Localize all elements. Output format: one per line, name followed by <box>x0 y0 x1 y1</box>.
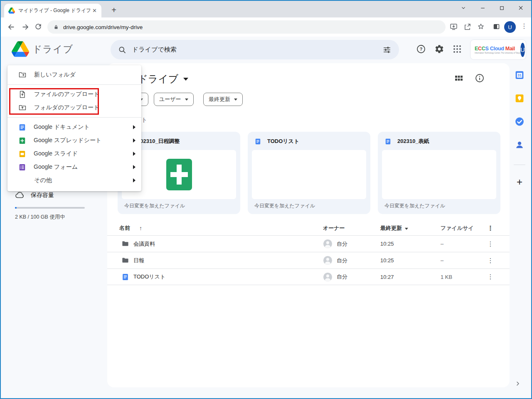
folder-icon <box>121 240 129 248</box>
column-size[interactable]: ファイルサイ <box>441 224 482 232</box>
submenu-arrow-icon <box>133 138 135 143</box>
menu-divider <box>7 117 141 118</box>
slides-icon <box>18 150 26 158</box>
submenu-arrow-icon <box>133 125 135 129</box>
forward-button[interactable] <box>21 22 30 32</box>
owner-avatar-icon <box>323 256 332 265</box>
help-icon[interactable]: ? <box>416 44 426 54</box>
card-footer: 今日変更を加えたファイル <box>384 202 445 209</box>
rail-divider <box>514 165 525 165</box>
card-footer: 今日変更を加えたファイル <box>254 202 315 209</box>
chevron-down-icon <box>183 78 188 81</box>
menu-item-file-upload[interactable]: ファイルのアップロード <box>7 88 141 101</box>
menu-item-more[interactable]: その他 <box>7 174 141 187</box>
chevron-down-icon <box>234 99 237 101</box>
row-options-kebab-icon[interactable]: ⋮ <box>482 257 499 264</box>
sheets-icon <box>18 137 26 145</box>
bookmark-star-icon[interactable] <box>477 22 485 31</box>
apps-grid-icon[interactable] <box>452 44 462 54</box>
info-icon[interactable] <box>475 73 485 83</box>
url-text: drive.google.com/drive/my-drive <box>63 24 143 30</box>
menu-item-google-sheets[interactable]: Google スプレッドシート <box>7 134 141 147</box>
sort-descending-icon <box>405 228 408 230</box>
search-options-icon[interactable] <box>382 45 392 54</box>
main-panel: マイドライブ 種類 ユーザー 最終更新 サジェスト 202310_日程調整 <box>107 63 510 387</box>
browser-menu-kebab-icon[interactable]: ⋮ <box>521 22 527 30</box>
browser-profile-avatar[interactable]: U <box>504 21 516 33</box>
settings-gear-icon[interactable] <box>434 44 444 54</box>
drive-logo <box>12 41 29 57</box>
storage-label[interactable]: 保存容量 <box>31 192 54 199</box>
menu-item-new-folder[interactable]: 新しいフォルダ <box>7 68 141 81</box>
drive-favicon <box>8 7 15 14</box>
menu-item-google-docs[interactable]: Google ドキュメント <box>7 121 141 134</box>
close-button[interactable] <box>511 1 530 15</box>
column-modified[interactable]: 最終更新 <box>380 224 441 232</box>
card-title: 202310_日程調整 <box>137 138 180 145</box>
column-options-kebab-icon[interactable]: ⋮ <box>482 224 499 232</box>
row-options-kebab-icon[interactable]: ⋮ <box>482 273 499 281</box>
card-preview <box>382 150 496 199</box>
drive-search-input[interactable]: ドライブで検索 <box>111 40 399 59</box>
drive-account-avatar[interactable]: U <box>520 43 525 57</box>
sort-ascending-icon: ↑ <box>139 225 142 232</box>
get-addons-plus-icon[interactable]: + <box>508 176 531 188</box>
card-title: 202310_表紙 <box>397 138 429 145</box>
column-name[interactable]: 名前 <box>119 224 130 232</box>
card-footer: 今日変更を加えたファイル <box>124 202 185 209</box>
folder-icon <box>121 256 129 264</box>
owner-avatar-icon <box>323 239 332 249</box>
table-row[interactable]: 会議資料 自分 10:25 – ⋮ <box>107 235 510 252</box>
submenu-arrow-icon <box>133 152 135 156</box>
minimize-button[interactable] <box>473 1 492 15</box>
new-tab-button[interactable]: + <box>108 4 120 16</box>
tasks-icon[interactable] <box>515 116 525 127</box>
share-icon[interactable] <box>463 22 472 31</box>
back-button[interactable] <box>7 22 16 32</box>
docs-icon <box>121 273 129 281</box>
owner-avatar-icon <box>323 272 332 282</box>
storage-section: 保存容量 2 KB / 100 GB 使用中 <box>15 190 94 221</box>
app-name: ドライブ <box>32 43 73 56</box>
docs-icon <box>254 138 261 145</box>
reload-button[interactable] <box>34 22 42 31</box>
filter-chip-people[interactable]: ユーザー <box>154 93 194 106</box>
svg-text:31: 31 <box>517 73 522 77</box>
chevron-down-icon <box>185 99 188 101</box>
suggested-card[interactable]: 202310_表紙 今日変更を加えたファイル <box>378 132 500 214</box>
eccs-subtitle: Information Technology Center, The Unive… <box>475 52 520 54</box>
window-chevron-icon[interactable] <box>454 1 473 15</box>
keep-icon[interactable] <box>515 93 525 103</box>
suggested-card[interactable]: TODOリスト 今日変更を加えたファイル <box>248 132 370 214</box>
side-panel-rail: 31 + <box>508 63 531 398</box>
grid-view-icon[interactable] <box>454 73 464 83</box>
card-title: TODOリスト <box>267 138 299 145</box>
card-preview <box>252 150 366 199</box>
folder-upload-icon <box>18 103 27 112</box>
docs-icon <box>18 123 26 131</box>
menu-item-google-forms[interactable]: Google フォーム <box>7 160 141 174</box>
search-icon <box>118 46 126 54</box>
install-icon[interactable] <box>449 22 458 31</box>
browser-window: マイドライブ - Google ドライブ ✕ + drive.google.co… <box>0 0 532 399</box>
lock-icon <box>53 24 59 30</box>
column-owner[interactable]: オーナー <box>323 224 380 232</box>
filter-chip-modified[interactable]: 最終更新 <box>203 93 243 106</box>
contacts-icon[interactable] <box>515 140 525 150</box>
maximize-button[interactable] <box>492 1 511 15</box>
menu-item-google-slides[interactable]: Google スライド <box>7 147 141 160</box>
browser-tab[interactable]: マイドライブ - Google ドライブ ✕ <box>4 4 101 17</box>
calendar-icon[interactable]: 31 <box>515 70 525 80</box>
address-bar[interactable]: drive.google.com/drive/my-drive <box>47 20 446 34</box>
eccs-logo: ECCS Cloud Mail Information Technology C… <box>475 46 520 54</box>
table-row[interactable]: 日報 自分 10:25 – ⋮ <box>107 252 510 268</box>
account-badge[interactable]: ECCS Cloud Mail Information Technology C… <box>470 40 526 59</box>
hide-side-panel-chevron-icon[interactable] <box>515 380 521 387</box>
file-list-header: 名前↑ オーナー 最終更新 ファイルサイ ⋮ <box>107 221 510 235</box>
tab-close-icon[interactable]: ✕ <box>90 7 99 14</box>
table-row[interactable]: TODOリスト 自分 10:27 1 KB ⋮ <box>107 268 510 285</box>
side-panel-icon[interactable] <box>493 23 500 30</box>
row-options-kebab-icon[interactable]: ⋮ <box>482 240 499 248</box>
browser-toolbar: drive.google.com/drive/my-drive U ⋮ <box>1 17 531 37</box>
menu-item-folder-upload[interactable]: フォルダのアップロード <box>7 101 141 114</box>
